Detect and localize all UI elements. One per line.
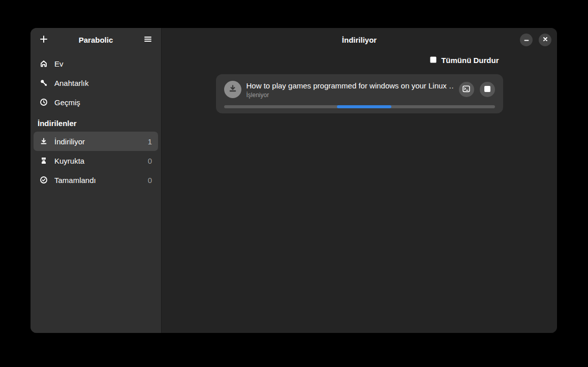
history-icon xyxy=(40,98,48,106)
sidebar-item-label: Kuyrukta xyxy=(54,157,84,165)
progress-fill xyxy=(337,105,391,108)
download-icon xyxy=(228,84,237,95)
sidebar-item-label: Anahtarlık xyxy=(54,79,89,87)
parabolic-window: Parabolic Ev Anahtarlık xyxy=(30,28,557,333)
check-circle-icon xyxy=(40,176,48,184)
download-avatar xyxy=(224,81,241,98)
main-area: İndiriliyor Tümünü Durdur xyxy=(162,28,557,333)
plus-icon xyxy=(40,35,48,45)
minimize-button[interactable] xyxy=(520,34,533,46)
download-icon xyxy=(40,137,48,145)
download-status: İşleniyor xyxy=(246,91,454,99)
sidebar-item-label: Ev xyxy=(54,59,64,68)
download-progress-bar xyxy=(224,105,495,108)
page-title: İndiriliyor xyxy=(342,36,377,44)
terminal-icon xyxy=(462,84,471,95)
sidebar-headerbar: Parabolic xyxy=(30,28,161,52)
download-row: How to play games programmed for windows… xyxy=(224,80,495,99)
view-log-button[interactable] xyxy=(459,82,474,97)
stop-icon xyxy=(430,56,437,65)
main-menu-button[interactable] xyxy=(140,32,156,48)
stop-icon xyxy=(484,85,491,94)
sidebar-item-indiriliyor[interactable]: İndiriliyor 1 xyxy=(34,132,158,151)
sidebar-item-label: Geçmiş xyxy=(54,98,80,107)
downloads-toolbar: Tümünü Durdur xyxy=(216,52,503,69)
add-download-button[interactable] xyxy=(36,32,52,48)
home-icon xyxy=(40,59,48,68)
downloading-count-badge: 1 xyxy=(148,137,152,146)
download-row-card: How to play games programmed for windows… xyxy=(216,74,503,113)
hamburger-menu-icon xyxy=(144,35,152,45)
sidebar-nav: Ev Anahtarlık Geçmiş İndirilenler İndir xyxy=(30,52,161,192)
sidebar-item-label: Tamamlandı xyxy=(54,176,96,185)
key-icon xyxy=(40,79,48,87)
sidebar-item-anahtarlik[interactable]: Anahtarlık xyxy=(34,73,158,93)
hourglass-icon xyxy=(40,157,48,165)
sidebar-item-ev[interactable]: Ev xyxy=(34,54,158,73)
sidebar-item-kuyrukta[interactable]: Kuyrukta 0 xyxy=(34,151,158,170)
completed-count-badge: 0 xyxy=(148,176,152,185)
download-info: How to play games programmed for windows… xyxy=(246,80,454,99)
queued-count-badge: 0 xyxy=(148,157,152,165)
stop-download-button[interactable] xyxy=(480,82,495,97)
close-icon xyxy=(542,36,548,44)
app-title: Parabolic xyxy=(52,36,140,44)
sidebar-item-label: İndiriliyor xyxy=(54,137,85,146)
window-controls xyxy=(520,28,551,52)
sidebar-item-tamamlandi[interactable]: Tamamlandı 0 xyxy=(34,170,158,190)
sidebar-item-gecmis[interactable]: Geçmiş xyxy=(34,93,158,112)
minimize-icon xyxy=(523,36,530,44)
stop-all-button[interactable]: Tümünü Durdur xyxy=(426,53,503,67)
main-headerbar: İndiriliyor xyxy=(162,28,557,52)
stop-all-label: Tümünü Durdur xyxy=(441,56,499,65)
download-title: How to play games programmed for windows… xyxy=(246,81,454,90)
sidebar: Parabolic Ev Anahtarlık xyxy=(30,28,162,333)
downloads-section-label: İndirilenler xyxy=(34,112,158,132)
close-button[interactable] xyxy=(539,34,551,46)
